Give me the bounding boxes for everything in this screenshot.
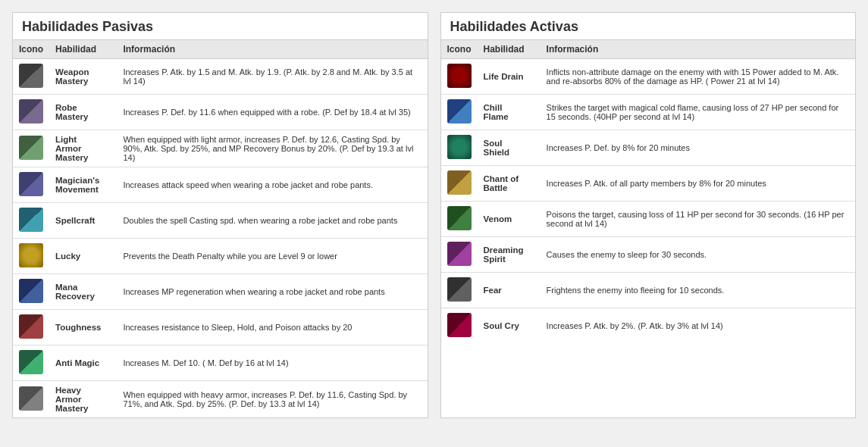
icon-cell: [13, 345, 49, 381]
skill-name: Soul Shield: [478, 130, 541, 166]
skill-info: Increases MP regeneration when wearing a…: [117, 274, 427, 310]
passive-panel: Habilidades Pasivas Icono Habilidad Info…: [12, 12, 428, 418]
icon-cell: [441, 59, 478, 95]
table-row: Magician's MovementIncreases attack spee…: [13, 167, 428, 203]
table-row: Weapon MasteryIncreases P. Atk. by 1.5 a…: [13, 59, 428, 95]
icon-cell: [441, 130, 478, 166]
skill-name: Chill Flame: [478, 95, 541, 130]
skill-name: Toughness: [49, 310, 117, 345]
active-col-icon: Icono: [441, 40, 478, 59]
table-row: FearFrightens the enemy into fleeing for…: [441, 273, 856, 308]
skill-name: Dreaming Spirit: [478, 237, 541, 273]
skill-info: Increases P. Atk. of all party members b…: [541, 166, 855, 202]
table-row: Soul CryIncreases P. Atk. by 2%. (P. Atk…: [441, 308, 856, 344]
active-col-skill: Habilidad: [478, 40, 541, 59]
icon-cell: [441, 202, 478, 237]
lucky-icon: [19, 243, 43, 267]
table-row: Mana RecoveryIncreases MP regeneration w…: [13, 274, 428, 310]
table-row: ToughnessIncreases resistance to Sleep, …: [13, 310, 428, 345]
skill-name: Mana Recovery: [49, 274, 117, 310]
skill-info: Prevents the Death Penalty while you are…: [117, 239, 427, 274]
icon-cell: [13, 203, 49, 239]
skill-name: Lucky: [49, 239, 117, 274]
weapon-icon: [19, 64, 43, 88]
table-row: Dreaming SpiritCauses the enemy to sleep…: [441, 237, 856, 273]
active-title: Habilidades Activas: [441, 13, 856, 39]
skill-info: Increases P. Def. by 11.6 when equipped …: [117, 95, 427, 130]
skill-info: Increases P. Atk. by 2%. (P. Atk. by 3% …: [541, 308, 855, 344]
spellcraft-icon: [19, 208, 43, 232]
chant-icon: [447, 170, 472, 195]
icon-cell: [441, 237, 478, 273]
skill-info: Increases resistance to Sleep, Hold, and…: [117, 310, 427, 345]
passive-title: Habilidades Pasivas: [13, 13, 428, 39]
icon-cell: [13, 310, 49, 345]
icon-cell: [13, 167, 49, 203]
skill-info: Increases M. Def 10. ( M. Def by 16 at l…: [117, 345, 427, 381]
table-row: Anti MagicIncreases M. Def 10. ( M. Def …: [13, 345, 428, 381]
icon-cell: [441, 308, 478, 344]
icon-cell: [13, 239, 49, 274]
active-col-info: Información: [541, 40, 855, 59]
skill-info: Doubles the spell Casting spd. when wear…: [117, 203, 427, 239]
mana-icon: [19, 279, 43, 303]
fear-icon: [447, 277, 472, 302]
skill-info: Causes the enemy to sleep for 30 seconds…: [541, 237, 855, 273]
skill-name: Heavy Armor Mastery: [49, 381, 117, 418]
icon-cell: [441, 273, 478, 308]
skill-name: Fear: [478, 273, 541, 308]
table-row: Chant of BattleIncreases P. Atk. of all …: [441, 166, 856, 202]
icon-cell: [13, 95, 49, 130]
venom-icon: [447, 206, 472, 230]
skill-info: Frightens the enemy into fleeing for 10 …: [541, 273, 855, 308]
active-panel: Habilidades Activas Icono Habilidad Info…: [440, 12, 857, 418]
skill-info: Strikes the target with magical cold fla…: [541, 95, 855, 130]
table-row: Robe MasteryIncreases P. Def. by 11.6 wh…: [13, 95, 428, 130]
passive-col-icon: Icono: [13, 40, 49, 59]
skill-name: Weapon Mastery: [49, 59, 117, 95]
skill-name: Anti Magic: [49, 345, 117, 381]
icon-cell: [13, 274, 49, 310]
skill-name: Light Armor Mastery: [49, 130, 117, 167]
chill-icon: [447, 99, 472, 123]
skill-info: Increases P. Atk. by 1.5 and M. Atk. by …: [117, 59, 427, 95]
skill-name: Life Drain: [478, 59, 541, 95]
skill-name: Chant of Battle: [478, 166, 541, 202]
heavy-icon: [19, 386, 43, 411]
skill-info: Increases attack speed when wearing a ro…: [117, 167, 427, 203]
icon-cell: [13, 130, 49, 167]
skill-info: When equipped with heavy armor, increase…: [117, 381, 427, 418]
skill-name: Magician's Movement: [49, 167, 117, 203]
icon-cell: [13, 59, 49, 95]
table-row: Chill FlameStrikes the target with magic…: [441, 95, 856, 130]
skill-name: Venom: [478, 202, 541, 237]
passive-table: Icono Habilidad Información Weapon Maste…: [13, 39, 428, 417]
skill-info: Poisons the target, causing loss of 11 H…: [541, 202, 855, 237]
magician-icon: [19, 172, 43, 196]
table-row: VenomPoisons the target, causing loss of…: [441, 202, 856, 237]
skill-name: Soul Cry: [478, 308, 541, 344]
skill-info: Inflicts non-attribute damage on the ene…: [541, 59, 855, 95]
table-row: Light Armor MasteryWhen equipped with li…: [13, 130, 428, 167]
table-row: Soul ShieldIncreases P. Def. by 8% for 2…: [441, 130, 856, 166]
lifedrain-icon: [447, 64, 472, 88]
passive-col-info: Información: [117, 40, 427, 59]
table-row: LuckyPrevents the Death Penalty while yo…: [13, 239, 428, 274]
table-row: Life DrainInflicts non-attribute damage …: [441, 59, 856, 95]
icon-cell: [441, 95, 478, 130]
antimagic-icon: [19, 350, 43, 374]
table-row: Heavy Armor MasteryWhen equipped with he…: [13, 381, 428, 418]
passive-col-skill: Habilidad: [49, 40, 117, 59]
toughness-icon: [19, 314, 43, 339]
soulcry-icon: [447, 313, 472, 337]
soul-shield-icon: [447, 135, 472, 159]
table-row: SpellcraftDoubles the spell Casting spd.…: [13, 203, 428, 239]
light-icon: [19, 136, 43, 160]
active-table: Icono Habilidad Información Life DrainIn…: [441, 39, 856, 343]
dreaming-icon: [447, 242, 472, 266]
skill-info: When equipped with light armor, increase…: [117, 130, 427, 167]
icon-cell: [441, 166, 478, 202]
skill-info: Increases P. Def. by 8% for 20 minutes: [541, 130, 855, 166]
skill-name: Robe Mastery: [49, 95, 117, 130]
robe-icon: [19, 99, 43, 123]
